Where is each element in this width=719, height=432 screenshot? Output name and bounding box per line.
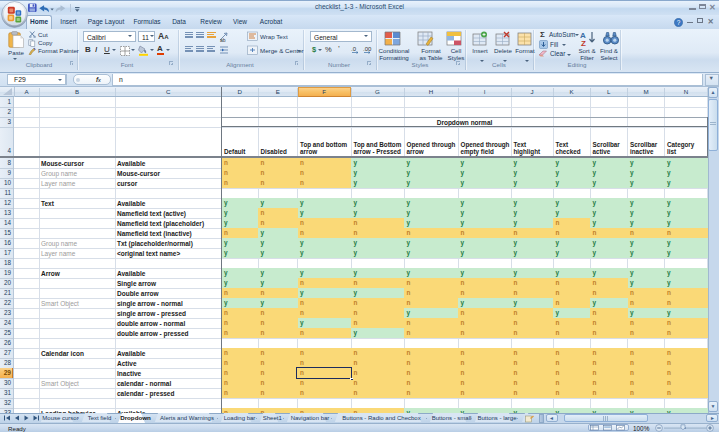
svg-text:.0: .0	[351, 46, 357, 52]
svg-text:Z: Z	[581, 38, 586, 46]
svg-text:ab: ab	[220, 36, 226, 42]
svg-text:?: ?	[677, 18, 681, 25]
